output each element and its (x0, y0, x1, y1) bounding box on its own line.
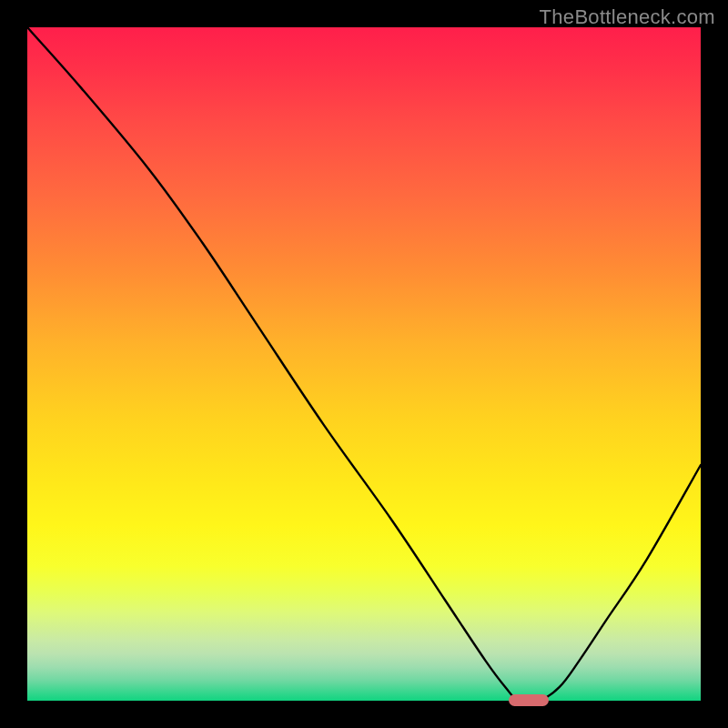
curve-line (27, 27, 701, 701)
watermark-label: TheBottleneck.com (540, 5, 715, 29)
optimal-marker (509, 694, 549, 706)
plot-area (27, 27, 701, 701)
chart-frame: TheBottleneck.com (0, 0, 728, 728)
